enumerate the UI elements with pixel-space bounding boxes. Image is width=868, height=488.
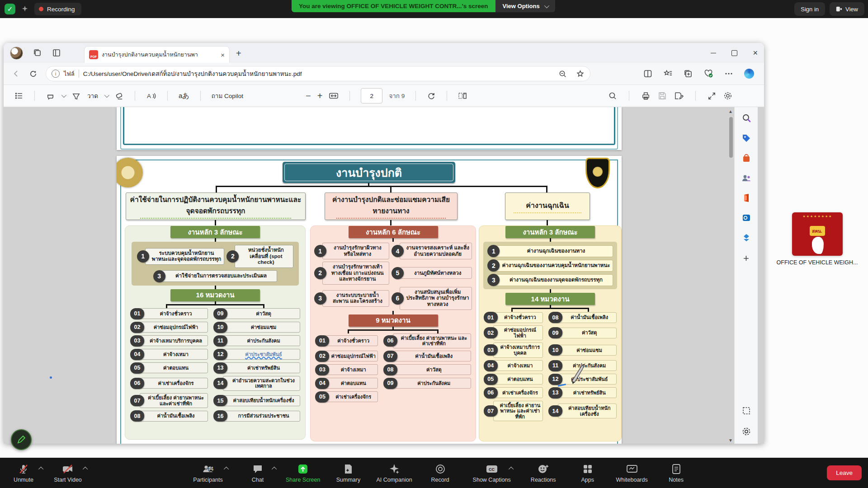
participants-chevron[interactable] bbox=[224, 466, 229, 471]
item-number-badge: 3 bbox=[153, 270, 165, 282]
pdf-scrollbar[interactable]: ▲ ▼ bbox=[728, 107, 734, 444]
tab-close-icon[interactable]: × bbox=[221, 51, 225, 59]
view-options-button[interactable]: View Options bbox=[495, 0, 555, 12]
item-number-badge: 02 bbox=[484, 327, 498, 338]
rotate-icon[interactable] bbox=[427, 91, 436, 100]
pdf-settings-gear-icon[interactable] bbox=[723, 91, 732, 100]
favorite-star-icon[interactable] bbox=[576, 70, 585, 78]
zoom-out-icon[interactable] bbox=[558, 70, 567, 78]
scroll-up-icon[interactable]: ▲ bbox=[728, 109, 733, 114]
notes-icon bbox=[671, 464, 681, 474]
share-screen-button[interactable]: Share Screen bbox=[286, 463, 320, 483]
search-document-icon[interactable] bbox=[608, 91, 617, 100]
view-button[interactable]: View bbox=[830, 2, 864, 16]
item-label: งานบำรุงรักษาผิวทาง หรือไหล่ทาง bbox=[322, 243, 389, 259]
ai-companion-button[interactable]: AI Companion bbox=[376, 463, 412, 483]
sidebar-search-icon[interactable] bbox=[741, 113, 751, 123]
sidebar-people-icon[interactable] bbox=[741, 173, 752, 183]
sub-item: 09ค่าวัสดุ bbox=[548, 325, 617, 340]
chat-chevron[interactable] bbox=[272, 466, 277, 471]
summary-button[interactable]: Summary bbox=[332, 463, 364, 483]
item-number-badge: 05 bbox=[315, 391, 329, 403]
vertical-tabs-icon[interactable] bbox=[52, 48, 61, 57]
split-screen-icon[interactable] bbox=[643, 69, 652, 78]
new-tab-button[interactable]: + bbox=[236, 48, 241, 59]
sparkle-icon[interactable] bbox=[20, 4, 30, 14]
highlighter-dropdown-icon[interactable] bbox=[61, 93, 66, 98]
record-button[interactable]: Record bbox=[424, 463, 457, 483]
save-as-icon[interactable] bbox=[674, 91, 684, 100]
sidebar-add-icon[interactable]: + bbox=[743, 253, 749, 264]
expand-icon[interactable] bbox=[708, 92, 716, 100]
url-text[interactable]: C:/Users/user/OneDrive/เดสก์ท็อป/งานบำรุ… bbox=[83, 69, 553, 79]
fit-width-icon[interactable] bbox=[329, 91, 339, 100]
sub-item: 03ค่าจ้างเหมาบริการบุคคล bbox=[484, 343, 543, 357]
window-restore-button[interactable] bbox=[731, 50, 737, 56]
item-label: ค่าจ้างชั่วคราว bbox=[325, 335, 378, 346]
video-options-chevron[interactable] bbox=[83, 466, 88, 471]
window-minimize-button[interactable] bbox=[711, 53, 716, 53]
page-number-input[interactable] bbox=[361, 88, 382, 103]
read-aloud-icon[interactable]: A bbox=[146, 91, 156, 101]
participants-button[interactable]: 44 Participants bbox=[186, 463, 230, 483]
page-info-icon[interactable]: i bbox=[52, 70, 60, 78]
browser-essentials-icon[interactable] bbox=[703, 69, 713, 78]
recording-indicator[interactable]: Recording bbox=[34, 3, 81, 15]
sign-in-button[interactable]: Sign in bbox=[794, 2, 825, 16]
whiteboards-button[interactable]: Whiteboards bbox=[616, 463, 648, 483]
start-video-button[interactable]: Start Video bbox=[52, 463, 84, 483]
sidebar-outlook-icon[interactable] bbox=[741, 213, 751, 223]
collections-icon[interactable] bbox=[684, 69, 693, 78]
item-label: ค่าน้ำมันเชื้อเพลิง bbox=[140, 411, 208, 422]
sidebar-microsoft365-icon[interactable] bbox=[741, 193, 751, 203]
copilot-icon[interactable] bbox=[744, 69, 754, 79]
unmute-button[interactable]: Unmute bbox=[7, 463, 40, 483]
ask-copilot-button[interactable]: ถาม Copilot bbox=[212, 91, 243, 101]
zoom-in-button[interactable]: + bbox=[317, 91, 323, 101]
draw-label[interactable]: วาด bbox=[87, 91, 98, 101]
sidebar-tag-icon[interactable] bbox=[741, 133, 751, 143]
sub-item: 06ค่าเช่าเครื่องจักร bbox=[130, 376, 208, 391]
annotation-pen-button[interactable] bbox=[11, 429, 32, 450]
reactions-button[interactable]: Reactions bbox=[527, 463, 560, 483]
page-view-icon[interactable] bbox=[458, 91, 467, 100]
settings-menu-icon[interactable] bbox=[724, 69, 733, 78]
item-number-badge: 04 bbox=[315, 378, 329, 389]
address-bar[interactable]: i ไฟล์ C:/Users/user/OneDrive/เดสก์ท็อป/… bbox=[46, 66, 590, 81]
print-icon[interactable] bbox=[641, 91, 651, 100]
favorites-list-icon[interactable] bbox=[663, 69, 673, 78]
sidebar-settings-gear-icon[interactable] bbox=[741, 427, 751, 436]
highlighter-icon[interactable] bbox=[46, 91, 55, 101]
zoom-out-button[interactable]: − bbox=[306, 91, 311, 101]
sidebar-shopping-icon[interactable] bbox=[741, 153, 751, 163]
window-close-button[interactable]: × bbox=[753, 49, 758, 57]
sub-item: 04ค่าตอบแทน bbox=[315, 378, 378, 389]
profile-avatar[interactable] bbox=[10, 47, 23, 60]
eraser-icon[interactable] bbox=[114, 91, 124, 101]
captions-chevron[interactable] bbox=[509, 466, 514, 471]
show-captions-button[interactable]: CC Show Captions bbox=[468, 463, 515, 483]
draw-dropdown-icon[interactable] bbox=[104, 93, 109, 98]
sub-item: 08ค่าน้ำมันเชื้อเพลิง bbox=[548, 312, 617, 323]
draw-pen-icon[interactable] bbox=[71, 91, 81, 101]
contents-icon[interactable] bbox=[14, 91, 24, 100]
screenshot-tool-icon[interactable] bbox=[741, 406, 751, 416]
tab-stacks-icon[interactable] bbox=[33, 48, 42, 57]
sub-item: 02ค่าซ่อมอุปกรณ์ไฟฟ้า bbox=[315, 351, 378, 362]
translate-icon[interactable]: aあ bbox=[179, 92, 189, 100]
pdf-scroll-area[interactable]: งานบำรุงปกติ ค่าใช้จ่ายในการปฏิบัติงานคว… bbox=[4, 107, 728, 444]
refresh-icon[interactable] bbox=[29, 70, 38, 78]
chat-button[interactable]: Chat bbox=[241, 463, 274, 483]
back-icon[interactable] bbox=[12, 69, 21, 78]
security-shield-icon[interactable]: ✓ bbox=[5, 4, 15, 14]
item-label: ค่าซ่อมแซม bbox=[223, 322, 300, 333]
apps-button[interactable]: Apps bbox=[571, 463, 604, 483]
unmute-options-chevron[interactable] bbox=[38, 466, 43, 471]
scrollbar-thumb[interactable] bbox=[729, 117, 733, 158]
sidebar-drive-icon[interactable] bbox=[741, 233, 751, 243]
item-number-badge: 14 bbox=[548, 405, 562, 417]
leave-button[interactable]: Leave bbox=[827, 465, 862, 480]
scroll-down-icon[interactable]: ▼ bbox=[728, 438, 733, 443]
notes-button[interactable]: Notes bbox=[660, 463, 693, 483]
browser-tab[interactable]: PDF งานบำรุงปกติงานควบคุมน้ำหนักยานพา × bbox=[84, 46, 230, 63]
